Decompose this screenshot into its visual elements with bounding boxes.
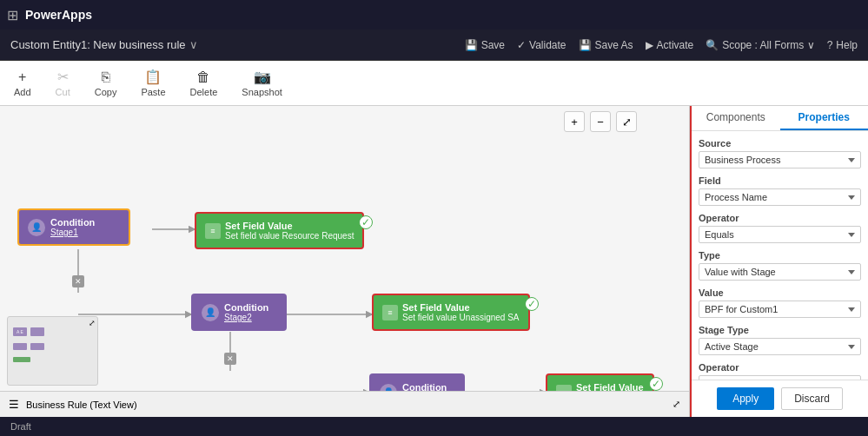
save-button[interactable]: 💾 Save bbox=[465, 39, 505, 51]
source-select[interactable]: Business Process Entity bbox=[699, 151, 861, 168]
main-area: + − ⤢ 👤 Condition Stage1 ≡ Set Field Val… bbox=[0, 106, 868, 417]
add-label: Add bbox=[14, 87, 31, 97]
add-icon: + bbox=[18, 69, 26, 85]
canvas[interactable]: + − ⤢ 👤 Condition Stage1 ≡ Set Field Val… bbox=[0, 106, 690, 417]
save-as-button[interactable]: 💾 Save As bbox=[579, 39, 633, 51]
value-select[interactable]: BPF for Custom1 bbox=[699, 301, 861, 318]
set-field2-check: ✓ bbox=[525, 297, 539, 311]
zoom-in-button[interactable]: + bbox=[564, 111, 585, 132]
tab-properties[interactable]: Properties bbox=[780, 106, 869, 130]
source-label: Source bbox=[699, 138, 861, 149]
set-field1-icon: ≡ bbox=[205, 223, 221, 239]
activate-button[interactable]: ▶ Activate bbox=[646, 39, 694, 51]
validate-button[interactable]: ✓ Validate bbox=[517, 39, 566, 51]
connector-x2[interactable]: ✕ bbox=[224, 353, 236, 365]
panel-footer: Apply Discard bbox=[692, 380, 868, 417]
help-button[interactable]: ? Help bbox=[827, 39, 858, 51]
set-field1-check: ✓ bbox=[359, 215, 373, 229]
stage-type-select[interactable]: Active Stage Last Stage bbox=[699, 338, 861, 355]
title-bar: Custom Entity1: New business rule ∨ 💾 Sa… bbox=[0, 30, 868, 61]
stage-type-label: Stage Type bbox=[699, 325, 861, 335]
set-field1-sublabel: Set field value Resource Request bbox=[225, 231, 354, 241]
scope-button[interactable]: 🔍 Scope : All Forms ∨ bbox=[706, 39, 814, 51]
entity-title-chevron[interactable]: ∨ bbox=[189, 38, 198, 51]
condition1-sublabel: Stage1 bbox=[50, 228, 95, 237]
canvas-toolbar: + − ⤢ bbox=[564, 111, 637, 132]
set-field1-label: Set Field Value bbox=[225, 221, 354, 231]
status-text: Draft bbox=[10, 421, 31, 432]
snapshot-icon: 📷 bbox=[254, 69, 271, 85]
delete-label: Delete bbox=[190, 87, 218, 97]
set-field3-check: ✓ bbox=[649, 377, 663, 391]
tab-components[interactable]: Components bbox=[692, 106, 780, 130]
set-field1-node[interactable]: ≡ Set Field Value Set field value Resour… bbox=[195, 212, 364, 249]
right-panel: Components Properties Source Business Pr… bbox=[690, 106, 868, 417]
set-field2-sublabel: Set field value Unassigned SA bbox=[402, 313, 520, 322]
condition2-icon: 👤 bbox=[202, 304, 219, 321]
value-label: Value bbox=[699, 287, 861, 298]
status-bar: Draft bbox=[0, 417, 868, 436]
arrows-svg bbox=[0, 106, 689, 417]
type-select[interactable]: Value with Stage Value bbox=[699, 263, 861, 281]
paste-label: Paste bbox=[141, 87, 165, 97]
cut-label: Cut bbox=[56, 87, 70, 97]
expand-canvas-button[interactable]: ⤢ bbox=[616, 111, 637, 132]
app-grid-icon[interactable]: ⊞ bbox=[7, 7, 18, 23]
add-button[interactable]: + Add bbox=[9, 66, 36, 101]
copy-icon: ⎘ bbox=[102, 69, 110, 85]
paste-button[interactable]: 📋 Paste bbox=[136, 65, 170, 101]
delete-icon: 🗑 bbox=[196, 69, 210, 85]
paste-icon: 📋 bbox=[144, 69, 162, 85]
delete-button[interactable]: 🗑 Delete bbox=[185, 66, 223, 101]
condition2-node[interactable]: 👤 Condition Stage2 bbox=[191, 294, 287, 331]
discard-button[interactable]: Discard bbox=[781, 387, 843, 410]
entity-title-text: Custom Entity1: New business rule bbox=[10, 38, 186, 51]
field-select[interactable]: Process Name bbox=[699, 188, 861, 206]
app-name: PowerApps bbox=[25, 8, 92, 22]
condition1-label: Condition bbox=[50, 217, 95, 228]
snapshot-label: Snapshot bbox=[242, 87, 282, 97]
set-field2-label: Set Field Value bbox=[402, 302, 520, 313]
operator-label: Operator bbox=[699, 213, 861, 223]
operator-select[interactable]: Equals Does not equal bbox=[699, 226, 861, 243]
operator2-label: Operator bbox=[699, 362, 861, 373]
condition2-sublabel: Stage2 bbox=[224, 313, 268, 322]
set-field2-icon: ≡ bbox=[382, 305, 398, 320]
condition2-label: Condition bbox=[224, 302, 268, 313]
cut-icon: ✂ bbox=[57, 69, 69, 85]
entity-title: Custom Entity1: New business rule ∨ bbox=[10, 38, 198, 51]
condition1-node[interactable]: 👤 Condition Stage1 bbox=[17, 208, 130, 246]
panel-content: Source Business Process Entity Field Pro… bbox=[692, 131, 868, 380]
copy-label: Copy bbox=[95, 87, 117, 97]
type-label: Type bbox=[699, 250, 861, 261]
text-view-expand-icon[interactable]: ⤢ bbox=[673, 399, 680, 410]
titlebar-actions: 💾 Save ✓ Validate 💾 Save As ▶ Activate 🔍… bbox=[465, 39, 858, 51]
panel-tabs: Components Properties bbox=[692, 106, 868, 131]
text-view-label: Business Rule (Text View) bbox=[26, 400, 137, 410]
copy-button[interactable]: ⎘ Copy bbox=[89, 66, 123, 101]
minimap: ⤢ A E bbox=[7, 316, 98, 386]
condition1-icon: 👤 bbox=[28, 219, 45, 236]
set-field2-node[interactable]: ≡ Set Field Value Set field value Unassi… bbox=[372, 294, 530, 331]
toolbar: + Add ✂ Cut ⎘ Copy 📋 Paste 🗑 Delete 📷 Sn… bbox=[0, 61, 868, 106]
zoom-out-button[interactable]: − bbox=[590, 111, 611, 132]
field-label: Field bbox=[699, 175, 861, 186]
text-view-bar: ☰ Business Rule (Text View) ⤢ bbox=[0, 391, 689, 417]
minimap-expand-icon[interactable]: ⤢ bbox=[89, 319, 96, 327]
text-view-icon: ☰ bbox=[9, 398, 19, 411]
snapshot-button[interactable]: 📷 Snapshot bbox=[236, 65, 287, 101]
apply-button[interactable]: Apply bbox=[717, 387, 774, 410]
top-bar: ⊞ PowerApps bbox=[0, 0, 868, 30]
connector-x1[interactable]: ✕ bbox=[72, 275, 84, 287]
cut-button[interactable]: ✂ Cut bbox=[50, 65, 76, 101]
